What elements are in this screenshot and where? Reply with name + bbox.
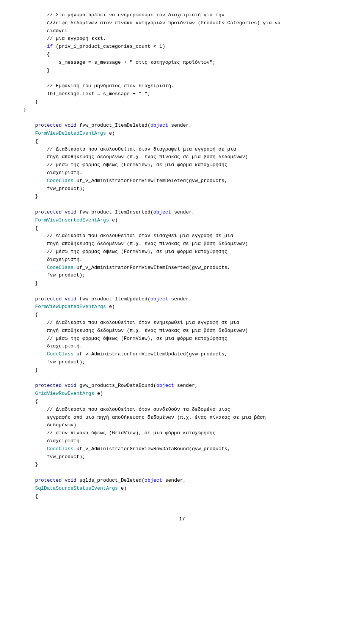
code-line: // Διαδικασία που ακολουθείται όταν εισα… [11, 232, 353, 240]
code-line: { [11, 138, 353, 146]
code-line: } [11, 280, 353, 288]
code-line: // μια εγγραφή εκεί. [11, 35, 353, 43]
code-container: // Στο μήνυμα πρέπει να ενημερώσουμε τον… [11, 8, 353, 504]
code-line: protected void fvw_product_ItemDeleted(o… [11, 122, 353, 130]
code-line: SqlDataSourceStatusEventArgs e) [11, 485, 353, 493]
code-line: FormViewDeletedEventArgs e) [11, 130, 353, 138]
code-line: CodeClass.uf_v_AdministratorFormViewItem… [11, 177, 353, 185]
code-line: fvw_product); [11, 185, 353, 193]
code-line: { [11, 398, 353, 406]
code-line: // Εμφάνιση του μηνύματος στον διαχειρισ… [11, 82, 353, 90]
code-line: // Διαδικασία που ακολουθείται όταν ενημ… [11, 319, 353, 327]
code-line: έλλειψη δεδομένων στον πίνακα κατηγοριών… [11, 19, 353, 27]
code-line [11, 288, 353, 295]
code-line: } [11, 106, 353, 114]
code-line: // Διαδικασία που ακολουθείται όταν διαγ… [11, 146, 353, 154]
code-line: lbl_message.Text = s_message + "."; [11, 90, 353, 98]
code-line: { [11, 311, 353, 319]
code-line: } [11, 67, 353, 75]
code-line: πηγή αποθήκευσης δεδομένων (π.χ. ένας πί… [11, 327, 353, 335]
code-line: { [11, 225, 353, 233]
code-line: GridViewRowEventArgs e) [11, 390, 353, 398]
code-line: } [11, 461, 353, 469]
code-line: // μέσω της φόρμας όψεως (FormView), σε … [11, 248, 353, 256]
code-line: } [11, 98, 353, 106]
code-line [11, 114, 353, 122]
code-line: protected void sqlds_product_Deleted(obj… [11, 477, 353, 485]
code-line: // Στο μήνυμα πρέπει να ενημερώσουμε τον… [11, 11, 353, 19]
code-line: fvw_product); [11, 272, 353, 280]
code-line: // στον πίνακα όψεως (GridView), σε μια … [11, 429, 353, 437]
code-line: διαχειριστή. [11, 256, 353, 264]
page-number: 17 [11, 515, 353, 523]
code-line: protected void gvw_products_RowDataBound… [11, 382, 353, 390]
code-line: { [11, 493, 353, 501]
code-line: // Διαδικασία που ακολουθείται όταν συνδ… [11, 406, 353, 414]
code-line: διαχειριστή. [11, 169, 353, 177]
code-line [11, 74, 353, 82]
code-line: protected void fvw_product_ItemInserted(… [11, 209, 353, 217]
code-line: { [11, 51, 353, 59]
code-line: if (priv_i_product_categories_count < 1) [11, 43, 353, 51]
code-line: πηγή αποθήκευσης δεδομένων (π.χ. ένας πί… [11, 240, 353, 248]
code-line [11, 374, 353, 382]
code-line: εγγραφής από μια πηγή αποθήκευσης δεδομέ… [11, 414, 353, 422]
code-line: FormViewInsertedEventArgs e) [11, 217, 353, 225]
code-line: // μέσω της φόρμας όψεως (FormView), σε … [11, 161, 353, 169]
code-line: διαχειριστή. [11, 437, 353, 445]
code-line [11, 201, 353, 209]
code-line: πηγή αποθήκευσης δεδομένων (π.χ. ένας πί… [11, 153, 353, 161]
code-line: διαχειριστή. [11, 342, 353, 350]
code-line: s_message = s_message + " στις κατηγορίε… [11, 59, 353, 67]
code-line: protected void fvw_product_ItemUpdated(o… [11, 295, 353, 303]
code-line: δεδομένων) [11, 421, 353, 429]
code-line: fvw_product); [11, 358, 353, 366]
code-line: } [11, 193, 353, 201]
code-line: } [11, 366, 353, 374]
code-line: // μέσω της φόρμας όψεως (FormView), σε … [11, 335, 353, 343]
code-line: CodeClass.uf_v_AdministratorFormViewItem… [11, 350, 353, 358]
code-line: CodeClass.uf_v_AdministratorGridViewRowD… [11, 445, 353, 453]
code-line: εισάγει [11, 27, 353, 35]
code-line: fvw_product); [11, 453, 353, 461]
code-line: FormViewUpdatedEventArgs e) [11, 303, 353, 311]
code-line [11, 469, 353, 477]
code-line: CodeClass.uf_v_AdministratorFormViewItem… [11, 264, 353, 272]
